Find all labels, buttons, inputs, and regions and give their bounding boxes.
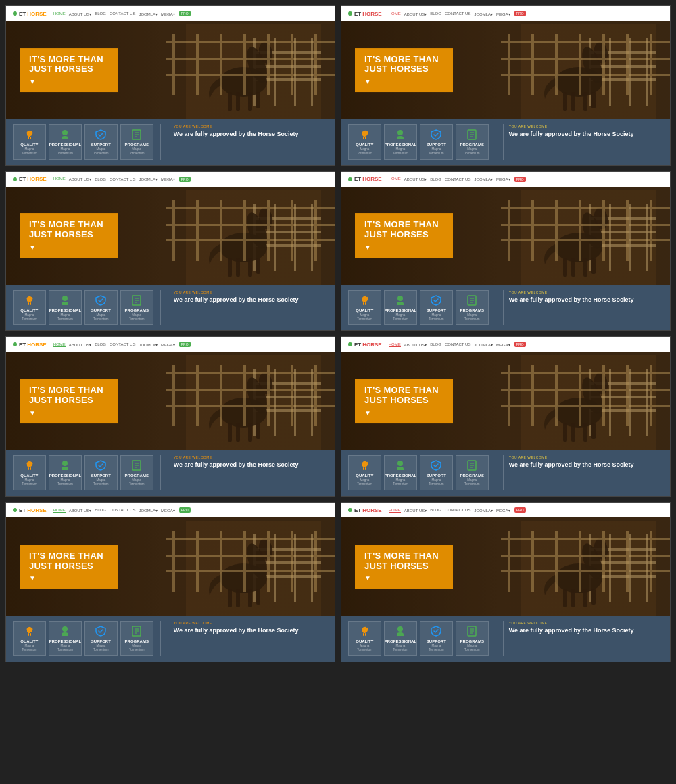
nav-link-3[interactable]: CONTACT US xyxy=(110,508,135,512)
icon-item-3[interactable]: Programs MagnaTormentum xyxy=(120,621,153,656)
logo[interactable]: ET HORSE xyxy=(13,342,47,348)
logo[interactable]: ET HORSE xyxy=(13,176,47,182)
logo[interactable]: ET HORSE xyxy=(13,11,47,17)
icon-item-1[interactable]: Professional MagnaTormentum xyxy=(384,455,417,490)
nav-link-5[interactable]: MEGA▾ xyxy=(161,508,175,513)
nav-link-2[interactable]: BLOG xyxy=(95,342,106,346)
nav-link-5[interactable]: MEGA▾ xyxy=(161,11,175,16)
nav-link-4[interactable]: JOOMLA▾ xyxy=(139,508,158,513)
icon-item-1[interactable]: Professional MagnaTormentum xyxy=(49,124,82,160)
icon-item-2[interactable]: Support MagnaTormentum xyxy=(420,455,453,490)
nav-link-3[interactable]: CONTACT US xyxy=(445,508,470,512)
logo[interactable]: ET HORSE xyxy=(348,176,382,182)
icon-label-0: Quality xyxy=(356,143,373,147)
hero-arrow[interactable]: ▼ xyxy=(29,409,108,417)
nav-link-0[interactable]: HOME xyxy=(53,342,66,347)
icon-item-1[interactable]: Professional MagnaTormentum xyxy=(384,290,417,325)
icon-item-2[interactable]: Support MagnaTormentum xyxy=(84,455,118,490)
icon-item-0[interactable]: Quality MagnaTormentum xyxy=(348,290,381,325)
nav-link-1[interactable]: ABOUT US▾ xyxy=(69,177,92,181)
icon-item-0[interactable]: Quality MagnaTormentum xyxy=(13,124,46,160)
hero-arrow[interactable]: ▼ xyxy=(364,409,443,417)
nav-link-2[interactable]: BLOG xyxy=(430,11,441,16)
nav-link-0[interactable]: HOME xyxy=(53,11,66,16)
nav-link-1[interactable]: ABOUT US▾ xyxy=(404,11,427,16)
nav-link-5[interactable]: MEGA▾ xyxy=(496,342,510,347)
nav-link-3[interactable]: CONTACT US xyxy=(445,177,470,181)
nav-link-4[interactable]: JOOMLA▾ xyxy=(474,177,493,181)
hero-arrow[interactable]: ▼ xyxy=(364,78,443,85)
icon-item-3[interactable]: Programs MagnaTormentum xyxy=(456,455,489,490)
nav-link-5[interactable]: MEGA▾ xyxy=(496,177,510,181)
logo[interactable]: ET HORSE xyxy=(348,11,382,17)
icon-item-0[interactable]: Quality MagnaTormentum xyxy=(13,455,46,490)
hero-arrow[interactable]: ▼ xyxy=(29,575,108,582)
hero-arrow[interactable]: ▼ xyxy=(364,575,443,582)
nav-link-4[interactable]: JOOMLA▾ xyxy=(474,342,493,347)
icon-item-0[interactable]: Quality MagnaTormentum xyxy=(348,124,381,160)
nav-link-3[interactable]: CONTACT US xyxy=(110,11,135,16)
nav-link-1[interactable]: ABOUT US▾ xyxy=(69,508,92,513)
icon-item-3[interactable]: Programs MagnaTormentum xyxy=(456,621,489,656)
hero-arrow[interactable]: ▼ xyxy=(29,78,108,85)
nav-link-1[interactable]: ABOUT US▾ xyxy=(404,177,427,181)
icon-item-1[interactable]: Professional MagnaTormentum xyxy=(49,290,82,325)
logo[interactable]: ET HORSE xyxy=(348,507,382,513)
icon-item-0[interactable]: Quality MagnaTormentum xyxy=(13,621,46,656)
icon-item-0[interactable]: Quality MagnaTormentum xyxy=(348,455,381,490)
nav-link-4[interactable]: JOOMLA▾ xyxy=(474,508,493,513)
icon-item-2[interactable]: Support MagnaTormentum xyxy=(84,124,118,160)
nav-link-0[interactable]: HOME xyxy=(53,177,66,181)
nav-link-0[interactable]: HOME xyxy=(389,342,401,347)
nav-link-2[interactable]: BLOG xyxy=(430,342,441,346)
nav-link-1[interactable]: ABOUT US▾ xyxy=(404,342,427,347)
nav-link-5[interactable]: MEGA▾ xyxy=(161,342,175,347)
nav-link-2[interactable]: BLOG xyxy=(95,508,106,512)
nav-link-0[interactable]: HOME xyxy=(389,177,401,181)
nav-link-3[interactable]: CONTACT US xyxy=(445,342,470,346)
icon-item-1[interactable]: Professional MagnaTormentum xyxy=(384,621,417,656)
nav-link-4[interactable]: JOOMLA▾ xyxy=(139,342,158,347)
nav-link-2[interactable]: BLOG xyxy=(95,177,106,181)
icon-item-2[interactable]: Support MagnaTormentum xyxy=(84,290,118,325)
nav-link-1[interactable]: ABOUT US▾ xyxy=(404,508,427,513)
nav-link-5[interactable]: MEGA▾ xyxy=(496,11,510,16)
logo-et: ET xyxy=(354,507,361,513)
nav-link-4[interactable]: JOOMLA▾ xyxy=(139,177,158,181)
icon-item-3[interactable]: Programs MagnaTormentum xyxy=(120,290,153,325)
nav-link-5[interactable]: MEGA▾ xyxy=(161,177,175,181)
icon-item-3[interactable]: Programs MagnaTormentum xyxy=(120,124,153,160)
nav-link-3[interactable]: CONTACT US xyxy=(110,342,135,346)
icon-item-3[interactable]: Programs MagnaTormentum xyxy=(456,124,489,160)
icon-item-3[interactable]: Programs MagnaTormentum xyxy=(456,290,489,325)
hero-arrow[interactable]: ▼ xyxy=(29,244,108,251)
logo-et: ET xyxy=(19,11,26,17)
icon-item-1[interactable]: Professional MagnaTormentum xyxy=(384,124,417,160)
icon-item-2[interactable]: Support MagnaTormentum xyxy=(420,124,453,160)
nav-link-0[interactable]: HOME xyxy=(389,11,401,16)
nav-link-3[interactable]: CONTACT US xyxy=(445,11,470,16)
icon-item-2[interactable]: Support MagnaTormentum xyxy=(420,621,453,656)
nav-link-2[interactable]: BLOG xyxy=(430,177,441,181)
nav-link-0[interactable]: HOME xyxy=(389,508,401,513)
icon-item-3[interactable]: Programs MagnaTormentum xyxy=(120,455,153,490)
icon-item-1[interactable]: Professional MagnaTormentum xyxy=(49,455,82,490)
nav-link-4[interactable]: JOOMLA▾ xyxy=(474,11,493,16)
icon-item-1[interactable]: Professional MagnaTormentum xyxy=(49,621,82,656)
nav-link-0[interactable]: HOME xyxy=(53,508,66,513)
logo[interactable]: ET HORSE xyxy=(348,342,382,348)
hero-arrow[interactable]: ▼ xyxy=(364,244,443,251)
nav-link-1[interactable]: ABOUT US▾ xyxy=(69,11,92,16)
nav-link-3[interactable]: CONTACT US xyxy=(110,177,135,181)
nav-link-5[interactable]: MEGA▾ xyxy=(496,508,510,513)
nav-link-4[interactable]: JOOMLA▾ xyxy=(139,11,158,16)
logo[interactable]: ET HORSE xyxy=(13,507,47,513)
nav-link-2[interactable]: BLOG xyxy=(95,11,106,16)
nav-link-2[interactable]: BLOG xyxy=(430,508,441,512)
icon-symbol-2 xyxy=(95,625,107,637)
nav-link-1[interactable]: ABOUT US▾ xyxy=(69,342,92,347)
icon-item-2[interactable]: Support MagnaTormentum xyxy=(84,621,118,656)
icon-item-0[interactable]: Quality MagnaTormentum xyxy=(13,290,46,325)
icon-item-2[interactable]: Support MagnaTormentum xyxy=(420,290,453,325)
icon-item-0[interactable]: Quality MagnaTormentum xyxy=(348,621,381,656)
